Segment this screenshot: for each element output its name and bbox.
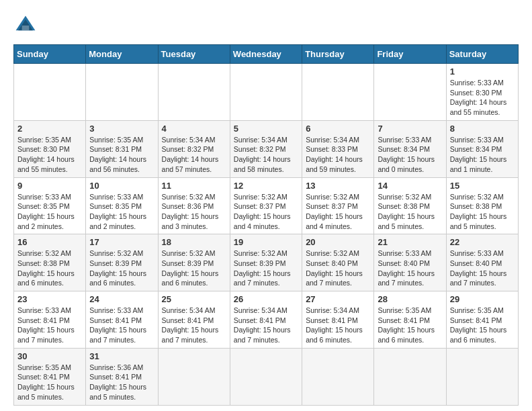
- day-info: Sunrise: 5:32 AMSunset: 8:37 PMDaylight:…: [306, 192, 370, 232]
- day-number: 10: [89, 181, 154, 191]
- day-info: Sunrise: 5:33 AMSunset: 8:34 PMDaylight:…: [450, 135, 515, 175]
- column-header-thursday: Thursday: [302, 45, 374, 64]
- calendar-header-row: SundayMondayTuesdayWednesdayThursdayFrid…: [14, 45, 519, 64]
- calendar-cell: 10 Sunrise: 5:33 AMSunset: 8:35 PMDaylig…: [86, 177, 158, 234]
- calendar-cell: 17 Sunrise: 5:32 AMSunset: 8:39 PMDaylig…: [86, 234, 158, 291]
- calendar-week-2: 2 Sunrise: 5:35 AMSunset: 8:30 PMDayligh…: [14, 120, 519, 177]
- calendar-cell: 15 Sunrise: 5:32 AMSunset: 8:38 PMDaylig…: [446, 177, 518, 234]
- calendar-cell: 23 Sunrise: 5:33 AMSunset: 8:41 PMDaylig…: [14, 291, 86, 349]
- day-number: 27: [306, 294, 370, 304]
- day-number: 23: [17, 294, 82, 304]
- day-info: Sunrise: 5:36 AMSunset: 8:41 PMDaylight:…: [89, 363, 154, 402]
- day-info: Sunrise: 5:33 AMSunset: 8:30 PMDaylight:…: [450, 78, 515, 118]
- calendar-cell: 21 Sunrise: 5:33 AMSunset: 8:40 PMDaylig…: [374, 234, 446, 291]
- day-info: Sunrise: 5:34 AMSunset: 8:41 PMDaylight:…: [234, 306, 298, 345]
- column-header-friday: Friday: [374, 45, 446, 64]
- calendar-table: SundayMondayTuesdayWednesdayThursdayFrid…: [13, 44, 519, 406]
- column-header-saturday: Saturday: [446, 45, 518, 64]
- day-number: 28: [378, 294, 442, 304]
- calendar-cell: 2 Sunrise: 5:35 AMSunset: 8:30 PMDayligh…: [14, 120, 86, 177]
- calendar-cell: [158, 348, 230, 405]
- day-number: 5: [234, 124, 298, 134]
- page-header: [13, 13, 519, 38]
- calendar-cell: [86, 64, 158, 121]
- logo-icon: [13, 13, 38, 38]
- day-info: Sunrise: 5:33 AMSunset: 8:35 PMDaylight:…: [89, 192, 154, 232]
- day-info: Sunrise: 5:34 AMSunset: 8:41 PMDaylight:…: [306, 306, 370, 345]
- day-number: 18: [162, 237, 226, 247]
- day-info: Sunrise: 5:32 AMSunset: 8:36 PMDaylight:…: [162, 192, 226, 232]
- calendar-cell: [374, 64, 446, 121]
- calendar-cell: 25 Sunrise: 5:34 AMSunset: 8:41 PMDaylig…: [158, 291, 230, 349]
- day-info: Sunrise: 5:35 AMSunset: 8:30 PMDaylight:…: [17, 135, 82, 175]
- day-number: 11: [162, 181, 226, 191]
- day-number: 22: [450, 237, 515, 247]
- day-info: Sunrise: 5:35 AMSunset: 8:31 PMDaylight:…: [89, 135, 154, 175]
- calendar-week-5: 23 Sunrise: 5:33 AMSunset: 8:41 PMDaylig…: [14, 291, 519, 349]
- calendar-week-6: 30 Sunrise: 5:35 AMSunset: 8:41 PMDaylig…: [14, 348, 519, 405]
- calendar-cell: [446, 348, 518, 405]
- day-info: Sunrise: 5:33 AMSunset: 8:41 PMDaylight:…: [17, 306, 82, 345]
- day-info: Sunrise: 5:32 AMSunset: 8:39 PMDaylight:…: [89, 248, 154, 288]
- logo: [13, 13, 42, 38]
- calendar-cell: [302, 348, 374, 405]
- column-header-sunday: Sunday: [14, 45, 86, 64]
- day-info: Sunrise: 5:33 AMSunset: 8:34 PMDaylight:…: [378, 135, 442, 175]
- day-number: 25: [162, 294, 226, 304]
- calendar-cell: 19 Sunrise: 5:32 AMSunset: 8:39 PMDaylig…: [230, 234, 302, 291]
- calendar-cell: 14 Sunrise: 5:32 AMSunset: 8:38 PMDaylig…: [374, 177, 446, 234]
- day-number: 1: [450, 66, 515, 77]
- day-number: 6: [306, 124, 370, 134]
- calendar-cell: 30 Sunrise: 5:35 AMSunset: 8:41 PMDaylig…: [14, 348, 86, 405]
- day-info: Sunrise: 5:33 AMSunset: 8:40 PMDaylight:…: [450, 248, 515, 288]
- calendar-cell: [158, 64, 230, 121]
- day-info: Sunrise: 5:32 AMSunset: 8:38 PMDaylight:…: [378, 192, 442, 232]
- day-number: 15: [450, 181, 515, 191]
- day-info: Sunrise: 5:32 AMSunset: 8:39 PMDaylight:…: [234, 248, 298, 288]
- day-number: 17: [89, 237, 154, 247]
- calendar-cell: 4 Sunrise: 5:34 AMSunset: 8:32 PMDayligh…: [158, 120, 230, 177]
- calendar-cell: 28 Sunrise: 5:35 AMSunset: 8:41 PMDaylig…: [374, 291, 446, 349]
- day-number: 16: [17, 237, 82, 247]
- day-number: 14: [378, 181, 442, 191]
- calendar-cell: 22 Sunrise: 5:33 AMSunset: 8:40 PMDaylig…: [446, 234, 518, 291]
- day-info: Sunrise: 5:32 AMSunset: 8:40 PMDaylight:…: [306, 248, 370, 288]
- day-info: Sunrise: 5:32 AMSunset: 8:37 PMDaylight:…: [234, 192, 298, 232]
- calendar-cell: [14, 64, 86, 121]
- day-info: Sunrise: 5:32 AMSunset: 8:38 PMDaylight:…: [450, 192, 515, 232]
- calendar-cell: 26 Sunrise: 5:34 AMSunset: 8:41 PMDaylig…: [230, 291, 302, 349]
- day-info: Sunrise: 5:35 AMSunset: 8:41 PMDaylight:…: [378, 306, 442, 345]
- day-number: 31: [89, 351, 154, 361]
- calendar-cell: 29 Sunrise: 5:35 AMSunset: 8:41 PMDaylig…: [446, 291, 518, 349]
- day-number: 3: [89, 124, 154, 134]
- calendar-cell: [302, 64, 374, 121]
- day-number: 29: [450, 294, 515, 304]
- day-info: Sunrise: 5:33 AMSunset: 8:40 PMDaylight:…: [378, 248, 442, 288]
- calendar-cell: 8 Sunrise: 5:33 AMSunset: 8:34 PMDayligh…: [446, 120, 518, 177]
- calendar-cell: 20 Sunrise: 5:32 AMSunset: 8:40 PMDaylig…: [302, 234, 374, 291]
- day-number: 7: [378, 124, 442, 134]
- day-number: 19: [234, 237, 298, 247]
- svg-rect-2: [22, 26, 30, 30]
- column-header-tuesday: Tuesday: [158, 45, 230, 64]
- calendar-week-4: 16 Sunrise: 5:32 AMSunset: 8:38 PMDaylig…: [14, 234, 519, 291]
- column-header-wednesday: Wednesday: [230, 45, 302, 64]
- day-number: 9: [17, 181, 82, 191]
- day-info: Sunrise: 5:33 AMSunset: 8:41 PMDaylight:…: [89, 306, 154, 345]
- calendar-cell: 27 Sunrise: 5:34 AMSunset: 8:41 PMDaylig…: [302, 291, 374, 349]
- calendar-cell: 18 Sunrise: 5:32 AMSunset: 8:39 PMDaylig…: [158, 234, 230, 291]
- calendar-week-3: 9 Sunrise: 5:33 AMSunset: 8:35 PMDayligh…: [14, 177, 519, 234]
- calendar-cell: 24 Sunrise: 5:33 AMSunset: 8:41 PMDaylig…: [86, 291, 158, 349]
- day-number: 21: [378, 237, 442, 247]
- day-number: 20: [306, 237, 370, 247]
- calendar-cell: 11 Sunrise: 5:32 AMSunset: 8:36 PMDaylig…: [158, 177, 230, 234]
- day-info: Sunrise: 5:32 AMSunset: 8:38 PMDaylight:…: [17, 248, 82, 288]
- day-number: 30: [17, 351, 82, 361]
- day-number: 2: [17, 124, 82, 134]
- column-header-monday: Monday: [86, 45, 158, 64]
- calendar-cell: 6 Sunrise: 5:34 AMSunset: 8:33 PMDayligh…: [302, 120, 374, 177]
- calendar-cell: 5 Sunrise: 5:34 AMSunset: 8:32 PMDayligh…: [230, 120, 302, 177]
- day-info: Sunrise: 5:34 AMSunset: 8:33 PMDaylight:…: [306, 135, 370, 175]
- day-info: Sunrise: 5:35 AMSunset: 8:41 PMDaylight:…: [17, 363, 82, 402]
- calendar-cell: [230, 348, 302, 405]
